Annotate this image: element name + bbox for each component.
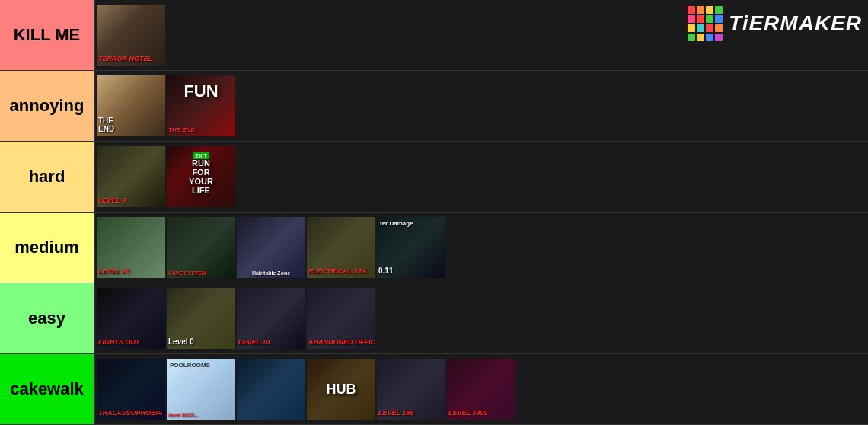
list-item[interactable]: CAVE SYSTEM <box>167 217 235 278</box>
item-label: THALASSOPHOBIA <box>98 409 163 417</box>
item-label: THE END <box>168 126 195 133</box>
tier-items-easy: LIGHTS OUT Level 0 LEVEL 10 ABANDONED OF… <box>95 283 868 353</box>
tier-label-kill-me: KILL ME <box>0 0 95 70</box>
list-item[interactable]: LEVEL 3999 <box>447 359 515 420</box>
logo-cell <box>715 6 723 14</box>
tier-list: KILL ME TERROR HOTEL <box>0 0 868 425</box>
logo-cell <box>715 15 723 23</box>
list-item[interactable]: LEVEL 10 <box>237 288 305 349</box>
item-top: ter Damage <box>380 220 413 227</box>
tier-label-annoying: annoying <box>0 71 95 141</box>
item-label: Habitable Zone <box>237 270 305 276</box>
tier-items-cakewalk: THALASSOPHOBIA POOLROOMS level 9223... H… <box>95 354 868 424</box>
logo-cell <box>688 15 695 23</box>
logo-cell <box>688 6 695 14</box>
logo-cell <box>697 34 704 41</box>
item-label: CAVE SYSTEM <box>168 270 206 276</box>
logo-cell <box>706 6 713 14</box>
tier-label-easy: easy <box>0 283 95 353</box>
list-item[interactable]: TERROR HOTEL <box>97 5 165 66</box>
list-item[interactable]: LEVEL 94 <box>97 217 165 278</box>
tier-row-easy: easy LIGHTS OUT Level 0 LEVEL 10 ABANDON… <box>0 283 868 354</box>
tier-row-cakewalk: cakewalk THALASSOPHOBIA POOLROOMS level … <box>0 354 868 425</box>
item-label: THEEND <box>98 117 114 133</box>
list-item[interactable]: EXIT RUN FORYOUR LIFE <box>167 146 235 207</box>
item-label: ABANDONED OFFIC <box>308 338 375 346</box>
logo-grid <box>688 6 723 41</box>
list-item[interactable]: THALASSOPHOBIA <box>97 359 165 420</box>
logo-cell <box>697 24 704 32</box>
list-item[interactable]: ABANDONED OFFIC <box>307 288 375 349</box>
list-item[interactable]: ELECTRICAL STA <box>307 217 375 278</box>
item-label: TERROR HOTEL <box>98 55 152 62</box>
tiermaker-title: TiERMAKER <box>729 11 862 36</box>
tier-label-medium: medium <box>0 212 95 283</box>
logo-cell <box>706 15 713 23</box>
list-item[interactable]: LEVEL 188 <box>377 359 445 420</box>
logo-cell <box>697 6 704 14</box>
tier-row-annoying: annoying THEEND FUN THE END <box>0 71 868 142</box>
item-label: 0.11 <box>378 267 393 275</box>
tier-label-cakewalk: cakewalk <box>0 354 95 424</box>
item-label: LEVEL 10 <box>238 338 270 346</box>
item-label: LIGHTS OUT <box>98 338 140 346</box>
item-label: LEVEL 3999 <box>448 409 487 417</box>
item-label: LEVEL 94 <box>98 267 129 275</box>
list-item[interactable]: LIGHTS OUT <box>97 288 165 349</box>
logo-cell <box>706 24 713 32</box>
list-item[interactable]: POOLROOMS level 9223... <box>167 359 235 420</box>
logo-cell <box>688 34 695 41</box>
tier-items-hard: LEVEL 9 EXIT RUN FORYOUR LIFE <box>95 142 868 212</box>
item-top: POOLROOMS <box>170 362 210 369</box>
logo-cell <box>715 24 723 32</box>
list-item[interactable]: HUB <box>307 359 375 420</box>
tier-items-medium: LEVEL 94 CAVE SYSTEM Habitable Zone ELEC… <box>95 212 868 283</box>
list-item[interactable]: Level 0 <box>167 288 235 349</box>
item-inner: RUN FORYOUR LIFE <box>184 158 219 195</box>
item-label: Level 0 <box>168 337 194 346</box>
list-item[interactable]: LEVEL 9 <box>97 146 165 207</box>
item-label: LEVEL 188 <box>378 409 413 417</box>
tier-row-hard: hard LEVEL 9 EXIT RUN FORYOUR LIFE <box>0 142 868 212</box>
list-item[interactable] <box>237 359 305 420</box>
item-label: level 9223... <box>168 412 198 417</box>
logo-cell <box>697 15 704 23</box>
list-item[interactable]: THEEND <box>97 75 165 136</box>
item-inner: FUN <box>183 81 218 101</box>
list-item[interactable]: ter Damage 0.11 <box>377 217 445 278</box>
tier-row-kill-me: KILL ME TERROR HOTEL <box>0 0 868 71</box>
logo-cell <box>706 34 713 41</box>
item-inner: HUB <box>327 382 356 398</box>
logo-cell <box>715 34 723 41</box>
list-item[interactable]: FUN THE END <box>167 75 235 136</box>
item-label: ELECTRICAL STA <box>308 267 367 275</box>
tier-row-medium: medium LEVEL 94 CAVE SYSTEM Habitable Zo… <box>0 212 868 283</box>
item-label: LEVEL 9 <box>98 197 126 204</box>
tier-label-hard: hard <box>0 142 95 212</box>
logo-cell <box>688 24 695 32</box>
tiermaker-logo: TiERMAKER <box>688 6 862 41</box>
tiermaker-logo-wrapper: TiERMAKER <box>688 6 862 41</box>
list-item[interactable]: Habitable Zone <box>237 217 305 278</box>
tier-items-annoying: THEEND FUN THE END <box>95 71 868 141</box>
